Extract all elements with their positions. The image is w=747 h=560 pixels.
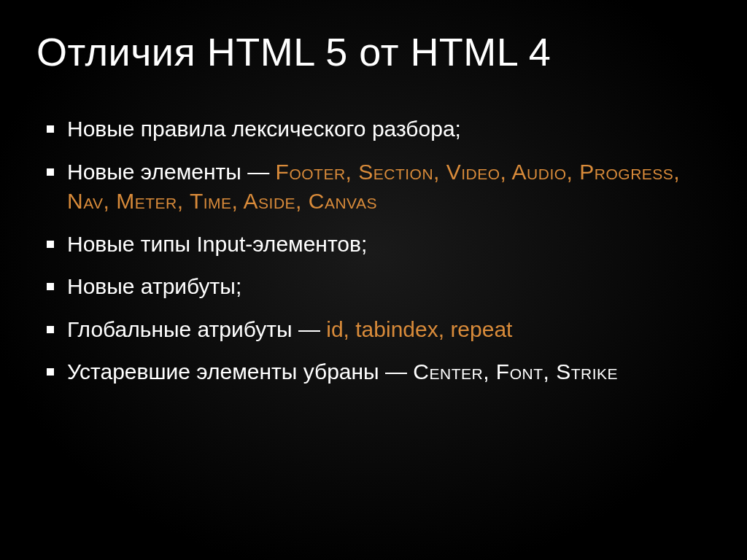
list-item: Устаревшие элементы убраны — Center, Fon… [44, 357, 711, 387]
bullet-text: Новые типы Input-элементов; [67, 232, 367, 256]
slide: Отличия HTML 5 от HTML 4 Новые правила л… [0, 0, 747, 560]
bullet-suffix: Center, Font, Strike [413, 359, 618, 384]
list-item: Глобальные атрибуты — id, tabindex, repe… [44, 315, 711, 345]
bullet-text: Новые правила лексического разбора; [67, 117, 461, 141]
list-item: Новые типы Input-элементов; [44, 230, 711, 260]
bullet-text: Новые атрибуты; [67, 274, 241, 298]
list-item: Новые атрибуты; [44, 272, 711, 302]
bullet-prefix: Устаревшие элементы убраны — [67, 359, 413, 384]
bullet-highlight: id, tabindex, repeat [326, 317, 512, 341]
slide-title: Отличия HTML 5 от HTML 4 [36, 29, 711, 74]
bullet-prefix: Новые элементы — [67, 160, 276, 184]
list-item: Новые элементы — Footer, Section, Video,… [44, 158, 711, 217]
bullet-prefix: Глобальные атрибуты — [67, 317, 326, 341]
list-item: Новые правила лексического разбора; [44, 114, 711, 144]
bullet-list: Новые правила лексического разбора; Новы… [36, 114, 711, 387]
